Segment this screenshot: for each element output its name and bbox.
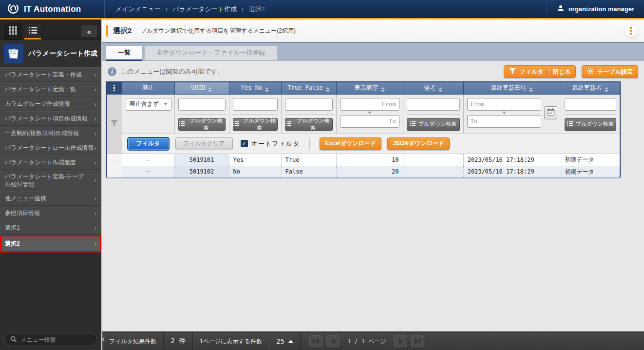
sidebar-collapse-button[interactable]	[81, 25, 97, 38]
sidebar-item-reference-item[interactable]: 参照項目情報	[0, 206, 101, 220]
breadcrumb-main-menu[interactable]: メインメニュー	[115, 5, 161, 14]
breadcrumb-parameter-sheet[interactable]: パラメータシート作成	[172, 5, 237, 14]
column-menu-button[interactable]	[106, 82, 122, 94]
sort-icon	[381, 87, 385, 92]
grid-view-tab[interactable]	[4, 23, 21, 39]
cell-yes-no: Yes	[229, 154, 281, 166]
row-handle[interactable]: -	[106, 166, 122, 178]
prev-page-button[interactable]	[326, 335, 340, 347]
page-size-select[interactable]: 25	[269, 332, 301, 350]
yes-no-filter-input[interactable]	[233, 98, 278, 111]
last-page-button[interactable]	[411, 335, 424, 347]
sidebar-item-sheet-table-link[interactable]: パラメータシート定義-テーブル紐付管理	[0, 170, 101, 191]
sidebar-view-tabs	[0, 19, 101, 40]
filter-toggle-button[interactable]: フィルタ 閉じる	[504, 65, 576, 78]
menu-search-input[interactable]	[20, 336, 96, 343]
json-download-button[interactable]: JSONダウンロード	[387, 137, 450, 150]
next-page-button[interactable]	[394, 335, 407, 347]
col-header-discard[interactable]: 廃止	[122, 82, 174, 94]
note-pulldown-search-button[interactable]: プルダウン検索	[407, 118, 460, 131]
funnel-icon	[509, 68, 516, 76]
divider	[309, 138, 310, 150]
content-area: このメニューは閲覧のみ可能です。 フィルタ 閉じる	[102, 61, 644, 331]
col-header-display-order[interactable]: 表示順序	[336, 82, 403, 94]
col-header-yes-no[interactable]: Yes-No	[229, 82, 281, 94]
sidebar-panel-title-label: パラメータシート作成	[28, 49, 97, 58]
sidebar-item-sheet-define-create[interactable]: パラメータシート定義・作成	[0, 67, 101, 82]
excel-download-button[interactable]: Excelダウンロード	[320, 137, 381, 150]
chevron-right-icon	[95, 240, 96, 248]
app-logo[interactable]: IT Automation	[0, 0, 105, 18]
clear-filter-button[interactable]: フィルタクリア	[175, 137, 233, 150]
updated-by-filter-input[interactable]	[565, 98, 617, 111]
display-order-to-input[interactable]	[340, 115, 399, 128]
calendar-button[interactable]	[544, 106, 557, 119]
true-false-filter-input[interactable]	[285, 98, 333, 111]
filter-cell-last-updated	[463, 94, 561, 134]
col-header-true-false[interactable]: True-False	[281, 82, 336, 94]
last-updated-to-input[interactable]	[467, 115, 541, 128]
user-menu[interactable]: organization manager	[547, 0, 644, 18]
breadcrumb-separator-icon	[242, 5, 244, 13]
page-indicator: 1 / 1 ページ	[347, 337, 386, 346]
table-settings-button[interactable]: テーブル設定	[582, 65, 638, 78]
tab-list[interactable]: 一覧	[106, 46, 142, 61]
filter-row: 廃止含まず プルダウン検索 プルダウン検索	[106, 94, 620, 134]
sidebar-menu: パラメータシート定義・作成 パラメータシート定義一覧 カラムグループ作成情報 パ…	[0, 67, 101, 253]
cell-updated-by: 初期データ	[561, 166, 620, 178]
display-order-from-input[interactable]	[340, 98, 399, 111]
col-header-note[interactable]: 備考	[403, 82, 463, 94]
note-filter-input[interactable]	[407, 98, 460, 111]
col-header-uuid[interactable]: UUID	[174, 82, 229, 94]
table-row: - — 5019101 Yes True 10 2023/05/16 17:18…	[106, 154, 620, 166]
sidebar-item-select2[interactable]: 選択2	[0, 235, 101, 253]
true-false-pulldown-search-button[interactable]: プルダウン検索	[285, 118, 333, 131]
top-header: IT Automation メインメニュー パラメータシート作成 選択2 org…	[0, 0, 644, 19]
range-arrow-icon	[340, 111, 399, 115]
cell-discard: —	[122, 154, 174, 166]
info-row: このメニューは閲覧のみ可能です。 フィルタ 閉じる	[105, 63, 644, 80]
cell-note	[403, 154, 463, 166]
sidebar-item-unique-constraint[interactable]: 一意制約(複数項目)作成情報	[0, 126, 101, 140]
list-icon	[285, 121, 291, 127]
row-handle[interactable]: -	[106, 154, 122, 166]
sort-icon	[529, 87, 533, 92]
cell-true-false: True	[281, 154, 336, 166]
updated-by-pulldown-search-button[interactable]: プルダウン検索	[565, 118, 617, 131]
sidebar-item-sheet-history[interactable]: パラメータシート作成履歴	[0, 155, 101, 170]
sidebar-item-column-group[interactable]: カラムグループ作成情報	[0, 97, 101, 111]
sidebar-item-sheet-define-list[interactable]: パラメータシート定義一覧	[0, 82, 101, 97]
col-header-last-updated[interactable]: 最終更新日時	[463, 82, 561, 94]
discard-filter-select[interactable]: 廃止含まず	[126, 98, 171, 111]
page-subtitle: プルダウン選択で使用する項目を管理するメニュー(2択用)	[140, 27, 296, 35]
cell-updated-by: 初期データ	[561, 154, 620, 166]
breadcrumb-current: 選択2	[248, 5, 265, 14]
col-header-updated-by[interactable]: 最終更新者	[561, 82, 620, 94]
autofilter-checkbox[interactable]	[241, 140, 248, 147]
clear-search-icon[interactable]	[100, 336, 105, 343]
tab-bulk-download[interactable]: 全件ダウンロード・ファイル一括登録	[145, 46, 277, 61]
sidebar-item-other-menu-link[interactable]: 他メニュー連携	[0, 191, 101, 206]
breadcrumb: メインメニュー パラメータシート作成 選択2	[105, 0, 547, 18]
last-updated-from-input[interactable]	[467, 98, 541, 111]
cell-display-order: 10	[336, 154, 403, 166]
autofilter-toggle[interactable]: オートフィルタ	[241, 139, 300, 148]
main-panel: 選択2 プルダウン選択で使用する項目を管理するメニュー(2択用) 一覧 全件ダウ…	[101, 19, 644, 350]
filter-close-segment[interactable]: 閉じる	[548, 68, 571, 76]
apply-filter-button[interactable]: フィルタ	[127, 137, 170, 151]
cell-discard: —	[122, 166, 174, 178]
info-icon	[108, 67, 116, 76]
uuid-filter-input[interactable]	[178, 98, 226, 111]
page-title-bar: 選択2 プルダウン選択で使用する項目を管理するメニュー(2択用)	[102, 19, 644, 43]
sidebar-item-select1[interactable]: 選択1	[0, 220, 101, 235]
kebab-menu-button[interactable]	[625, 24, 637, 37]
first-page-button[interactable]	[309, 335, 322, 347]
uuid-pulldown-search-button[interactable]: プルダウン検索	[178, 118, 226, 131]
list-view-tab[interactable]	[24, 23, 41, 39]
filter-cell-uuid: プルダウン検索	[174, 94, 229, 134]
sidebar-item-sheet-role[interactable]: パラメータシートロール作成情報	[0, 140, 101, 155]
sidebar-item-sheet-item-create[interactable]: パラメータシート項目作成情報	[0, 111, 101, 126]
cell-last-updated: 2023/05/16 17:18:29	[463, 154, 561, 166]
chevron-right-icon	[95, 100, 96, 108]
yes-no-pulldown-search-button[interactable]: プルダウン検索	[233, 118, 278, 131]
